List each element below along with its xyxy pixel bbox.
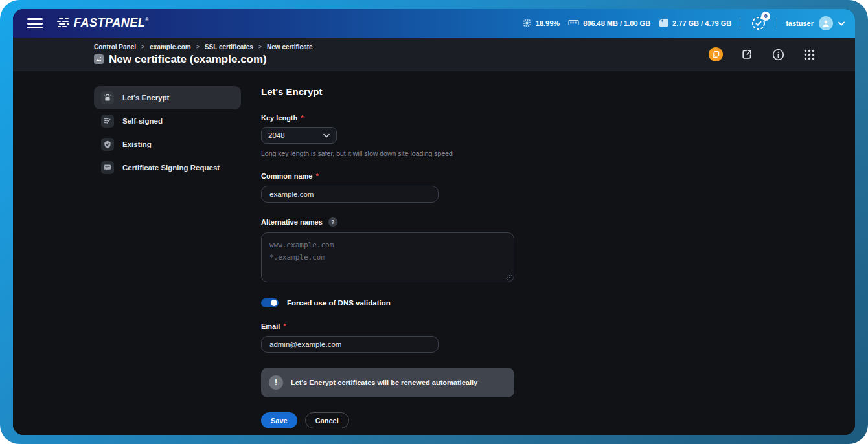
notice-text: Let's Encrypt certificates will be renew…	[291, 379, 477, 386]
notification-count-badge: 0	[761, 12, 770, 21]
fastpanel-logo[interactable]: FASTPANEL ®	[57, 16, 148, 30]
email-label: Email*	[261, 322, 855, 330]
required-marker: *	[315, 172, 318, 180]
logo-text: FASTPANEL	[74, 16, 145, 30]
required-marker: *	[283, 322, 286, 330]
sidebar-item-label: Existing	[122, 140, 152, 148]
equalizer-icon	[57, 18, 70, 30]
common-name-label: Common name*	[261, 172, 855, 180]
page-title: New certificate (example.com)	[109, 53, 267, 66]
user-avatar-icon	[819, 16, 833, 30]
site-favicon-icon	[94, 54, 104, 64]
username: fastuser	[786, 19, 814, 27]
page-header: Control Panel > example.com > SSL certif…	[13, 38, 855, 71]
breadcrumb-separator: >	[141, 43, 144, 50]
chevron-down-icon	[323, 131, 330, 139]
info-icon[interactable]	[771, 47, 785, 61]
exclamation-icon: !	[269, 375, 283, 390]
cpu-icon	[522, 18, 532, 29]
cpu-usage-stat: 18.99%	[522, 18, 560, 29]
shield-check-icon	[101, 138, 114, 151]
cpu-usage-value: 18.99%	[536, 19, 560, 27]
disk-usage-stat: 2.77 GB / 4.79 GB	[659, 18, 731, 28]
key-length-select[interactable]: 2048	[261, 127, 337, 144]
disk-icon	[659, 18, 668, 28]
form-heading: Let's Encrypt	[261, 86, 855, 97]
key-length-label: Key length*	[261, 114, 855, 122]
breadcrumb-new-certificate[interactable]: New certificate	[267, 43, 313, 50]
window-frame: FASTPANEL ® 18.99% 806.48 MB / 1.00 GB 2…	[0, 0, 868, 444]
sidebar-item-existing[interactable]: Existing	[94, 133, 241, 156]
sidebar-item-label: Let's Encrypt	[122, 94, 169, 102]
breadcrumb-separator: >	[258, 43, 262, 50]
external-link-icon[interactable]	[740, 47, 754, 61]
sidebar-item-label: Self-signed	[122, 117, 163, 125]
common-name-input[interactable]	[261, 186, 439, 203]
sidebar-item-self-signed[interactable]: Self-signed	[94, 109, 241, 133]
required-marker: *	[301, 114, 303, 122]
tasks-notification-button[interactable]: 0	[749, 14, 768, 33]
ram-usage-stat: 806.48 MB / 1.00 GB	[568, 19, 650, 28]
apps-grid-icon[interactable]	[802, 47, 816, 61]
certificate-form: Let's Encrypt Key length* 2048 Long key …	[261, 86, 855, 435]
chevron-down-icon	[838, 19, 845, 27]
key-length-help-text: Long key length is safer, but it will sl…	[261, 150, 855, 157]
ram-usage-value: 806.48 MB / 1.00 GB	[583, 19, 650, 27]
save-button[interactable]: Save	[261, 412, 297, 428]
breadcrumb-site[interactable]: example.com	[150, 43, 190, 50]
lock-icon	[101, 91, 114, 104]
navbar-divider	[740, 17, 740, 29]
navbar-divider	[777, 17, 777, 29]
alternative-names-label: Alternative names ?	[261, 217, 855, 227]
document-pen-icon	[101, 115, 114, 128]
breadcrumb-separator: >	[196, 43, 200, 50]
dns-validation-label: Forced use of DNS validation	[287, 299, 391, 307]
logo-registered-mark: ®	[145, 17, 148, 22]
dns-validation-toggle[interactable]	[261, 298, 279, 307]
user-menu[interactable]: fastuser	[786, 16, 845, 30]
request-lines-icon	[101, 161, 114, 174]
ram-icon	[568, 19, 579, 28]
disk-usage-value: 2.77 GB / 4.79 GB	[672, 19, 731, 27]
app-panel: FASTPANEL ® 18.99% 806.48 MB / 1.00 GB 2…	[13, 9, 855, 435]
hamburger-menu-icon[interactable]	[27, 18, 43, 28]
navbar-status-area: 18.99% 806.48 MB / 1.00 GB 2.77 GB / 4.7…	[522, 14, 845, 33]
sidebar-item-label: Certificate Signing Request	[122, 164, 220, 172]
breadcrumb: Control Panel > example.com > SSL certif…	[94, 43, 313, 50]
cancel-button[interactable]: Cancel	[305, 412, 349, 428]
breadcrumb-ssl-certificates[interactable]: SSL certificates	[205, 43, 253, 50]
alternative-names-textarea[interactable]	[261, 232, 514, 282]
help-question-icon[interactable]: ?	[328, 217, 337, 227]
top-navbar: FASTPANEL ® 18.99% 806.48 MB / 1.00 GB 2…	[13, 9, 855, 38]
whats-new-icon[interactable]	[709, 47, 723, 61]
key-length-value: 2048	[268, 131, 285, 139]
certificate-type-sidebar: Let's Encrypt Self-signed Existing Certi…	[94, 86, 241, 435]
sidebar-item-certificate-signing-request[interactable]: Certificate Signing Request	[94, 156, 241, 179]
sidebar-item-lets-encrypt[interactable]: Let's Encrypt	[94, 86, 241, 109]
breadcrumb-control-panel[interactable]: Control Panel	[94, 43, 136, 50]
auto-renewal-notice: ! Let's Encrypt certificates will be ren…	[261, 368, 514, 397]
content-area: Let's Encrypt Self-signed Existing Certi…	[13, 71, 855, 435]
email-input[interactable]	[261, 336, 439, 353]
